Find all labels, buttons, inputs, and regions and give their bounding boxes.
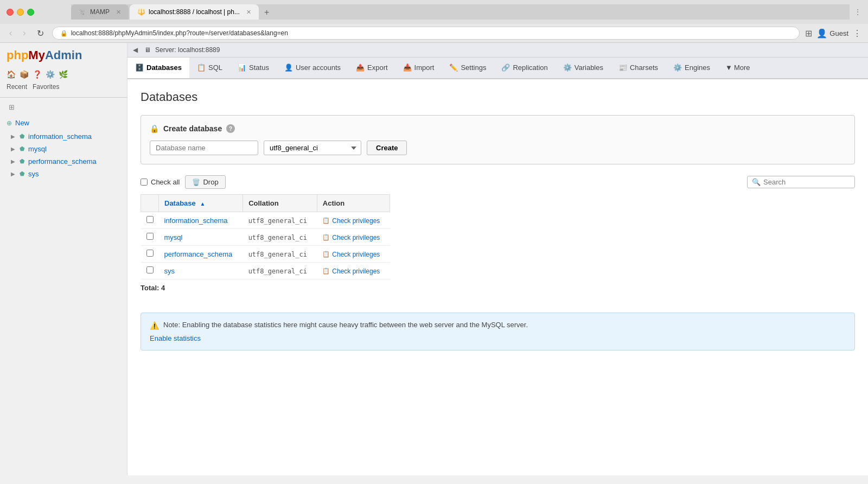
reload-button[interactable]: ↻ bbox=[34, 27, 47, 40]
enable-statistics-link[interactable]: Enable statistics bbox=[150, 334, 201, 342]
col-checkbox bbox=[141, 195, 159, 212]
check-all-checkbox[interactable] bbox=[141, 179, 148, 186]
url-bar[interactable]: 🔒 localhost:8888/phpMyAdmin5/index.php?r… bbox=[52, 27, 800, 40]
tab-phpmyadmin-close[interactable]: ✕ bbox=[246, 9, 251, 16]
search-icon: 🔍 bbox=[752, 178, 761, 186]
back-button[interactable]: ‹ bbox=[7, 27, 15, 39]
new-tab-button[interactable]: + bbox=[260, 5, 273, 20]
tab-export[interactable]: 📤 Export bbox=[348, 58, 395, 78]
user-account-button[interactable]: 👤 Guest bbox=[816, 28, 848, 39]
db-name-link-performance-schema[interactable]: performance_schema bbox=[164, 250, 233, 258]
tab-status[interactable]: 📊 Status bbox=[230, 58, 277, 78]
db-link-mysql[interactable]: mysql bbox=[28, 145, 47, 153]
minimize-button[interactable] bbox=[17, 9, 24, 16]
db-link-performance-schema[interactable]: performance_schema bbox=[28, 157, 97, 165]
checkbox-performance-schema[interactable] bbox=[146, 250, 154, 257]
maximize-button[interactable] bbox=[27, 9, 34, 16]
favorites-link[interactable]: Favorites bbox=[33, 83, 59, 91]
check-privileges-mysql[interactable]: 📋 Check privileges bbox=[322, 234, 380, 241]
db-link-sys[interactable]: sys bbox=[28, 170, 39, 178]
check-privileges-icon-mysql: 📋 bbox=[322, 234, 330, 241]
db-name-link-mysql[interactable]: mysql bbox=[164, 233, 183, 241]
user-accounts-tab-label: User accounts bbox=[296, 63, 341, 72]
expand-icon-performance-schema: ▶ bbox=[11, 158, 15, 164]
app-layout: phpMyAdmin 🏠 📦 ❓ ⚙️ 🌿 Recent Favorites ⊞… bbox=[0, 43, 868, 475]
table-controls: Check all 🗑️ Drop 🔍 bbox=[141, 175, 855, 189]
grid-icon[interactable]: ⊞ bbox=[805, 28, 812, 39]
checkbox-sys[interactable] bbox=[146, 266, 154, 273]
row-db-mysql: mysql bbox=[159, 229, 243, 246]
col-action: Action bbox=[317, 195, 390, 212]
tab-variables[interactable]: ⚙️ Variables bbox=[556, 58, 611, 78]
col-database[interactable]: Database ▲ bbox=[159, 195, 243, 212]
sidebar-collapse-icon[interactable]: ⊞ bbox=[4, 101, 19, 113]
tab-user-accounts[interactable]: 👤 User accounts bbox=[277, 58, 348, 78]
db-name-link-sys[interactable]: sys bbox=[164, 267, 175, 275]
row-checkbox-mysql bbox=[141, 229, 159, 246]
table-total: Total: 4 bbox=[141, 279, 855, 296]
db-name-link-information-schema[interactable]: information_schema bbox=[164, 216, 228, 225]
check-privileges-performance-schema[interactable]: 📋 Check privileges bbox=[322, 251, 380, 258]
create-db-info-icon[interactable]: ? bbox=[226, 124, 235, 133]
table-row: sys utf8_general_ci 📋 Check privileges bbox=[141, 263, 390, 279]
tab-settings[interactable]: ✏️ Settings bbox=[442, 58, 494, 78]
settings-icon[interactable]: ⚙️ bbox=[46, 70, 55, 80]
url-text: localhost:8888/phpMyAdmin5/index.php?rou… bbox=[71, 29, 288, 37]
sidebar-toggle-button[interactable]: ◀ bbox=[133, 46, 138, 54]
collation-select[interactable]: utf8_general_ci utf8_unicode_ci latin1_s… bbox=[264, 141, 361, 155]
sidebar-item-performance-schema[interactable]: ▶ ⬟ performance_schema bbox=[0, 155, 127, 168]
check-privileges-icon-sys: 📋 bbox=[322, 268, 330, 275]
new-db-icon: ⊕ bbox=[7, 119, 12, 127]
check-all-label[interactable]: Check all bbox=[141, 178, 180, 186]
more-tab-label: More bbox=[734, 63, 750, 72]
tab-replication[interactable]: 🔗 Replication bbox=[494, 58, 555, 78]
sidebar-logo: phpMyAdmin bbox=[0, 43, 127, 68]
search-input[interactable] bbox=[763, 178, 850, 186]
check-privileges-icon-information-schema: 📋 bbox=[322, 217, 330, 224]
row-collation-sys: utf8_general_ci bbox=[243, 263, 317, 279]
tab-mamp[interactable]: 🐘 MAMP ✕ bbox=[71, 4, 129, 20]
database-name-input[interactable] bbox=[150, 141, 258, 155]
import-tab-label: Import bbox=[414, 63, 435, 72]
warning-icon: ⚠️ bbox=[150, 321, 159, 330]
databases-tab-icon: 🗄️ bbox=[135, 63, 144, 72]
sidebar-item-sys[interactable]: ▶ ⬟ sys bbox=[0, 168, 127, 180]
more-chevron-icon: ▼ bbox=[725, 63, 732, 72]
expand-icon-information-schema: ▶ bbox=[11, 133, 15, 139]
check-privileges-sys[interactable]: 📋 Check privileges bbox=[322, 268, 380, 275]
address-right: ⊞ 👤 Guest ⋮ bbox=[805, 28, 861, 39]
settings-tab-label: Settings bbox=[461, 63, 486, 72]
traffic-lights bbox=[7, 9, 34, 16]
more-options-icon[interactable]: ⋮ bbox=[853, 28, 861, 39]
db-link-information-schema[interactable]: information_schema bbox=[28, 132, 92, 141]
note-box: ⚠️ Note: Enabling the database statistic… bbox=[141, 313, 855, 351]
check-privileges-information-schema[interactable]: 📋 Check privileges bbox=[322, 217, 380, 225]
drop-icon: 🗑️ bbox=[192, 179, 200, 186]
tab-phpmyadmin[interactable]: 🔱 localhost:8888 / localhost | ph... ✕ bbox=[130, 4, 259, 20]
leaf-icon[interactable]: 🌿 bbox=[59, 70, 68, 80]
sidebar-new-item[interactable]: ⊕ New bbox=[0, 116, 127, 130]
sidebar-item-mysql[interactable]: ▶ ⬟ mysql bbox=[0, 143, 127, 155]
tab-import[interactable]: 📥 Import bbox=[395, 58, 442, 78]
home-icon[interactable]: 🏠 bbox=[7, 70, 16, 80]
pma-php-text: php bbox=[7, 48, 28, 62]
create-database-button[interactable]: Create bbox=[367, 141, 407, 155]
tab-mamp-close[interactable]: ✕ bbox=[116, 9, 121, 16]
forward-button[interactable]: › bbox=[20, 27, 28, 39]
question-icon[interactable]: ❓ bbox=[33, 70, 42, 80]
tab-engines[interactable]: ⚙️ Engines bbox=[666, 58, 718, 78]
tab-sql[interactable]: 📋 SQL bbox=[189, 58, 230, 78]
checkbox-information-schema[interactable] bbox=[146, 216, 154, 223]
checkbox-mysql[interactable] bbox=[146, 233, 154, 240]
collation-value-sys: utf8_general_ci bbox=[248, 268, 307, 275]
sidebar-links: Recent Favorites bbox=[0, 82, 127, 95]
recent-link[interactable]: Recent bbox=[7, 83, 27, 91]
database-icon[interactable]: 📦 bbox=[20, 70, 29, 80]
close-button[interactable] bbox=[7, 9, 14, 16]
drop-button[interactable]: 🗑️ Drop bbox=[185, 175, 225, 189]
tab-charsets[interactable]: 📰 Charsets bbox=[611, 58, 666, 78]
tab-more[interactable]: ▼ More bbox=[718, 58, 758, 78]
sidebar-item-information-schema[interactable]: ▶ ⬟ information_schema bbox=[0, 130, 127, 143]
tab-databases[interactable]: 🗄️ Databases bbox=[127, 58, 189, 78]
create-database-header: 🔒 Create database ? bbox=[150, 124, 846, 133]
